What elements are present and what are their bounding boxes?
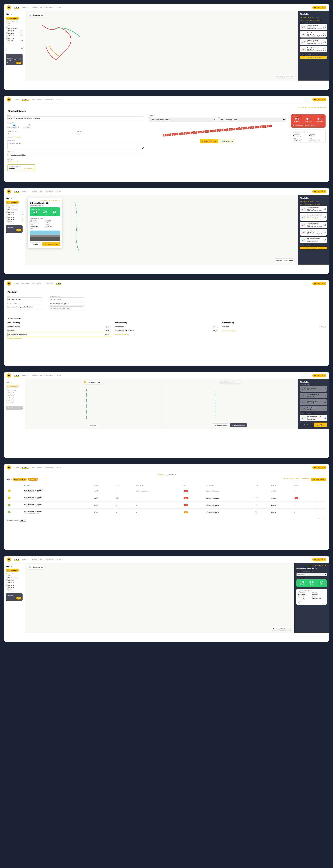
tab-planung[interactable]: Planung: [22, 6, 29, 9]
section-item[interactable]: Oskar-Schlemmer-Straße 5 (2)Oskar-Schlem…: [300, 24, 327, 30]
nav-tabs: Karte Planung Erfahrungen Statistiken Pr…: [14, 6, 309, 9]
add-measure-link[interactable]: Maßnahme hinzufügen: [7, 338, 111, 339]
screen-map-popup: ⬢ Karte Planung Erfahrungen Statistiken …: [3, 187, 330, 274]
screen-map-overview: ⬢ Karte Planung Erfahrungen Statistiken …: [3, 3, 330, 90]
map-search-button[interactable]: Basierend auf Karte suchen: [275, 75, 296, 79]
toggle[interactable]: [19, 58, 21, 60]
street-popup: ExportierenPer E-Mail versenden Birkenwa…: [28, 198, 62, 248]
tab-profil[interactable]: Profil: [57, 6, 61, 9]
action-search[interactable]: Suchen: [296, 478, 300, 481]
pw-input-1[interactable]: [49, 302, 84, 306]
section-item[interactable]: Oskar-Schlemmer-Straße 5 (2)Oskar-Schlem…: [300, 31, 327, 37]
account-email-input[interactable]: [7, 305, 42, 309]
detail-title: Abschnitt Details: [7, 110, 326, 112]
filter-all[interactable]: Alle auswählen: [6, 27, 23, 30]
chevron-down-icon: ▾: [101, 381, 102, 383]
tab-statistiken[interactable]: Statistiken: [45, 6, 54, 9]
own-create-link[interactable]: "eigenschriften" erstellen: [308, 106, 326, 108]
score-card: Note & Schädenmehr 2,0Gesamtnote 3,0Gesa…: [291, 115, 326, 128]
topbar: ⬢ Karte Planung Erfahrungen Statistiken …: [4, 4, 329, 11]
measure-input[interactable]: [7, 153, 144, 157]
tour-select[interactable]: Wochentour: [296, 573, 327, 576]
save-button[interactable]: Fertig (Speichern): [314, 423, 327, 427]
plan-button[interactable]: Zur Planung vermerken: [42, 242, 60, 246]
tab-karte[interactable]: Karte: [14, 6, 19, 9]
to-select[interactable]: Oskar-Schlemmer-Straße 5: [218, 118, 286, 122]
edit-link[interactable]: Bearbeiten: [14, 136, 21, 138]
desc-input[interactable]: [7, 142, 144, 149]
filter-range-4[interactable]: 4.5 - 5.0: [6, 39, 23, 42]
pw-input-0[interactable]: [49, 298, 84, 301]
screen-detail: ⬢ Karte Planung Erfahrungen Statistiken …: [3, 95, 330, 182]
name-input[interactable]: [7, 117, 144, 120]
export-link[interactable]: Exportieren: [298, 106, 306, 108]
date-badge[interactable]: Februar 2019: [312, 6, 326, 9]
panel-tab-search[interactable]: Suchen: [315, 16, 321, 18]
section-item[interactable]: Oskar-Schlemmer-Straße 5 (2)Oskar-Schlem…: [300, 46, 327, 53]
filter-range-0[interactable]: 1.0 - 1.49: [6, 30, 23, 32]
filter-sidebar: Filtern Synchronisieren Zustand · Schäde…: [4, 11, 25, 81]
section-item[interactable]: Oskar-Schlemmer-Straße 5 (2)Oskar-Schlem…: [300, 38, 327, 45]
pw-input-2[interactable]: [49, 306, 84, 310]
go-button[interactable]: Go: [16, 62, 21, 64]
new-section-button[interactable]: Neu Abschnitt erstellen: [212, 424, 229, 427]
close-button[interactable]: Schließen: [30, 242, 41, 246]
screen-compare: ⬢ Karte Planung Erfahrungen Statistiken …: [3, 372, 330, 458]
action-export[interactable]: Exportieren: [302, 478, 309, 481]
edit-section-button[interactable]: Abschnitt bearbeiten: [200, 139, 219, 144]
download-link[interactable]: Plan herunterladen: [7, 161, 19, 163]
logo[interactable]: ⬢: [7, 5, 11, 9]
filter-range-3[interactable]: 3.5 - 4.49: [6, 37, 23, 39]
tab-erfahrungen[interactable]: Erfahrungen: [32, 6, 42, 9]
account-name-input[interactable]: [7, 298, 42, 301]
map-assign-button[interactable]: Karte vergeben: [220, 139, 235, 144]
add-section-button[interactable]: Zu Abschnitt hinzufügen: [230, 424, 247, 427]
active-section[interactable]: Birkenwaldstraße 138 - 134Birkenwaldstra…: [300, 415, 327, 421]
compare-map-right[interactable]: BirkenwaldstraßeFeb. 2019 Neu Abschnitt …: [161, 379, 298, 429]
close-compare-button[interactable]: Schließen: [88, 424, 98, 427]
filter-range-1[interactable]: 1.5 - 2.49: [6, 32, 23, 34]
table-row[interactable]: Renzfeldsteweg Erneuerungvon Renzfeldste…: [7, 509, 326, 516]
create-own-button[interactable]: Eigenen Abschnitt erstellen: [300, 56, 327, 59]
screen-account: ⬢ Karte Planung Erfahrungen Statistiken …: [3, 279, 330, 366]
filter-chip[interactable]: Ausstell. (1): [28, 478, 38, 481]
screen-map-detail-panel: ⬢ Karte Planung Erfahrungen Statistiken …: [3, 556, 330, 642]
sections-table: AbschnittFlächeZustd.BemerkungNoteMaßnah…: [7, 483, 326, 516]
panel-tab-plan[interactable]: Für Planung vermerken: [300, 16, 314, 18]
from-select[interactable]: Oskar-Schlemmer-Straße 5: [149, 118, 217, 122]
filter-range-2[interactable]: 2.5 - 3.49: [6, 34, 23, 37]
marker-icon: [84, 381, 86, 383]
action-create[interactable]: Abschnitt erstellen: [283, 478, 294, 481]
sections-panel: Abschnitte Für Planung vermerkenSuchen S…: [298, 11, 329, 81]
map[interactable]: 🔍Adresse suchen Basierend auf Karte such…: [25, 11, 298, 81]
street-photo[interactable]: [30, 230, 60, 241]
sync-button[interactable]: Synchronisieren: [6, 17, 19, 20]
sidebar-sections: Abschnitte Markierte erfolgend bilden 0 …: [6, 54, 23, 65]
filter-title: Filtern: [6, 13, 23, 15]
screen-table: ⬢ Karte Planung Erfahrungen Statistiken …: [3, 464, 330, 550]
table-row[interactable]: Renzfeldsteweg Erneuerungvon Renzfeldste…: [7, 495, 326, 501]
table-row[interactable]: Renzfeldsteweg Erneuerungvon Renzfeldste…: [7, 502, 326, 509]
compare-map-left[interactable]: Birkenwaldstraße 138▾ Schließen: [25, 379, 161, 429]
more-icon[interactable]: ⋮: [314, 488, 326, 494]
per-page-select[interactable]: 10: [20, 518, 26, 522]
action-edit[interactable]: Abschnitt bearbeiten: [311, 478, 326, 481]
filter-chip[interactable]: Instandsetzung (2): [13, 478, 27, 481]
filter-tabs: Zustand · Schäden · Objekte: [6, 21, 23, 24]
cancel-button[interactable]: Abbrechen: [300, 423, 313, 427]
table-row[interactable]: Renzfeldsteweg Erneuerungvon Renzfeldste…: [7, 488, 326, 494]
